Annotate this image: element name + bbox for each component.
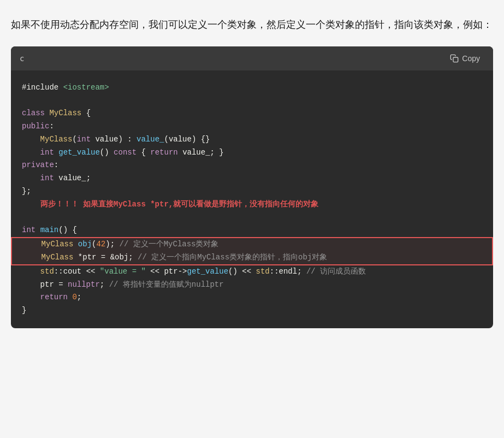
- intro-text: 如果不使用动态分配内存空间，我们可以定义一个类对象，然后定义一个类对象的指针，指…: [11, 16, 493, 33]
- code-line: int value_;: [22, 172, 482, 185]
- code-lang-label: c: [20, 54, 24, 63]
- code-line: private:: [22, 159, 482, 172]
- code-line: int get_value() const { return value_; }: [22, 146, 482, 159]
- copy-label: Copy: [462, 54, 480, 63]
- highlighted-section: MyClass obj(42); // 定义一个MyClass类对象 MyCla…: [11, 237, 493, 265]
- code-content: #include <iostream> class MyClass { publ…: [11, 70, 493, 328]
- code-line: };: [22, 185, 482, 198]
- code-line: ptr = nullptr; // 将指针变量的值赋为nullptr: [22, 279, 482, 292]
- copy-icon: [450, 54, 459, 63]
- code-line: MyClass *ptr = &obj; // 定义一个指向MyClass类对象…: [23, 251, 481, 264]
- code-line: [22, 94, 482, 107]
- code-line: }: [22, 304, 482, 317]
- code-line: std::cout << "value = " << ptr->get_valu…: [22, 265, 482, 279]
- code-line: public:: [22, 120, 482, 133]
- code-line: [22, 211, 482, 224]
- code-line: #include <iostream>: [22, 81, 482, 94]
- code-block-header: c Copy: [11, 46, 493, 70]
- code-line: MyClass obj(42); // 定义一个MyClass类对象: [23, 238, 481, 251]
- code-line: MyClass(int value) : value_(value) {}: [22, 133, 482, 146]
- code-line: int main() {: [22, 224, 482, 237]
- code-line: class MyClass {: [22, 107, 482, 120]
- code-line: return 0;: [22, 291, 482, 304]
- copy-button[interactable]: Copy: [446, 52, 484, 65]
- code-block-wrapper: c Copy #include <iostream> class MyClass…: [11, 46, 493, 328]
- svg-rect-0: [453, 57, 458, 62]
- code-line-red-comment: 两步！！！ 如果直接MyClass *ptr,就可以看做是野指针，没有指向任何的…: [22, 198, 482, 211]
